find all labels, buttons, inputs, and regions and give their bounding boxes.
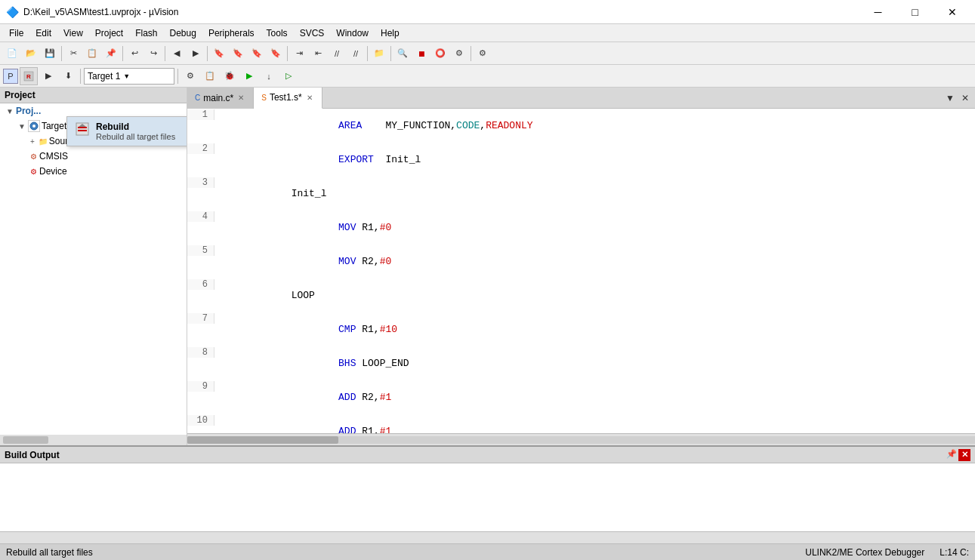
sep8: [471, 46, 471, 61]
tab-controls: ▼ ✕: [943, 91, 975, 105]
menu-tools[interactable]: Tools: [261, 25, 294, 42]
sep3: [165, 46, 165, 61]
build-output-content: [0, 463, 975, 531]
menu-edit[interactable]: Edit: [29, 25, 57, 42]
menu-peripherals[interactable]: Peripherals: [202, 25, 261, 42]
open-docs-btn[interactable]: 📁: [370, 45, 388, 63]
bookmark2-btn[interactable]: 🔖: [229, 45, 247, 63]
save-btn[interactable]: 💾: [41, 45, 59, 63]
main-toolbar: 📄 📂 💾 ✂ 📋 📌 ↩ ↪ ◀ ▶ 🔖 🔖 🔖 🔖 ⇥ ⇤ // // 📁 …: [0, 42, 975, 65]
undo-btn[interactable]: ↩: [125, 45, 143, 63]
sep5: [287, 46, 288, 61]
line-number-1: 1: [187, 109, 214, 120]
line-number-9: 9: [187, 381, 214, 392]
svg-point-3: [32, 125, 35, 128]
unindent-btn[interactable]: ⇤: [309, 45, 327, 63]
rebuild-btn[interactable]: R: [20, 67, 38, 85]
window-controls: ─ □ ✕: [861, 2, 969, 23]
code-line-7: 7 CMP R1,#10: [187, 312, 975, 346]
editor-hscroll-track[interactable]: [187, 436, 975, 444]
bookmark4-btn[interactable]: 🔖: [267, 45, 285, 63]
cmsis-label: CMSIS: [39, 151, 68, 162]
menu-help[interactable]: Help: [375, 25, 406, 42]
stop-btn[interactable]: ⏹: [412, 45, 430, 63]
sidebar-header: Project: [0, 88, 187, 103]
open-btn[interactable]: 📂: [22, 45, 40, 63]
line-number-10: 10: [187, 415, 214, 426]
circle-btn[interactable]: ⭕: [431, 45, 449, 63]
build-btn[interactable]: ▶: [39, 67, 57, 85]
tab-main-c-close[interactable]: ✕: [236, 94, 245, 102]
indent-btn[interactable]: ⇥: [290, 45, 308, 63]
status-left-text: Rebuild all target files: [6, 547, 93, 558]
sep6: [367, 46, 368, 61]
bookmark1-btn[interactable]: 🔖: [210, 45, 228, 63]
tab-main-c[interactable]: C main.c* ✕: [187, 88, 254, 109]
app-icon: 🔷: [6, 6, 19, 18]
window-title: D:\Keil_v5\ASM\test1.uvprojx - µVision: [23, 7, 861, 17]
build-output-close[interactable]: ✕: [958, 449, 970, 461]
tree-item-cmsis[interactable]: ⚙ CMSIS: [0, 149, 187, 164]
code-editor[interactable]: 1 AREA MY_FUNCTION,CODE,READONLY 2 EXPOR…: [187, 109, 975, 433]
manage-btn[interactable]: 📋: [201, 67, 219, 85]
line-content-2: EXPORT Init_l: [214, 143, 975, 177]
editor-hscroll[interactable]: [187, 433, 975, 445]
tab-test1-s[interactable]: S Test1.s* ✕: [254, 88, 322, 109]
comment-btn[interactable]: //: [328, 45, 346, 63]
editor-hscroll-thumb[interactable]: [187, 436, 338, 444]
run-btn[interactable]: ▶: [240, 67, 258, 85]
hex-btn[interactable]: ⚙: [450, 45, 468, 63]
svg-rect-6: [78, 130, 87, 131]
copy-btn[interactable]: 📋: [83, 45, 101, 63]
project-settings-btn[interactable]: P: [3, 69, 18, 84]
target-selector[interactable]: Target 1 ▼: [84, 68, 174, 85]
new-file-btn[interactable]: 📄: [3, 45, 21, 63]
rebuild-menu-text: Rebuild Rebuild all target files: [96, 122, 175, 141]
pin-icon[interactable]: 📌: [946, 449, 957, 461]
paste-btn[interactable]: 📌: [102, 45, 120, 63]
menu-project[interactable]: Project: [89, 25, 129, 42]
back-btn[interactable]: ◀: [168, 45, 186, 63]
menu-view[interactable]: View: [57, 25, 89, 42]
minimize-button[interactable]: ─: [861, 2, 895, 23]
line-content-10: ADD R1,#1: [214, 414, 975, 433]
status-bar: Rebuild all target files ULINK2/ME Corte…: [0, 543, 975, 560]
tab-list-btn[interactable]: ▼: [943, 91, 957, 105]
build-output-hscroll[interactable]: [0, 531, 975, 543]
forward-btn[interactable]: ▶: [187, 45, 205, 63]
uncomment-btn[interactable]: //: [347, 45, 365, 63]
line-number-3: 3: [187, 177, 214, 188]
sidebar-scroll-thumb[interactable]: [3, 436, 48, 444]
redo-btn[interactable]: ↪: [144, 45, 162, 63]
tree-item-device[interactable]: ⚙ Device: [0, 164, 187, 179]
sep1: [61, 46, 62, 61]
bookmark3-btn[interactable]: 🔖: [248, 45, 266, 63]
menu-debug[interactable]: Debug: [164, 25, 202, 42]
status-bar-right: ULINK2/ME Cortex Debugger L:14 C:: [805, 547, 969, 558]
menu-svcs[interactable]: SVCS: [294, 25, 331, 42]
menu-file[interactable]: File: [3, 25, 29, 42]
settings-btn[interactable]: ⚙: [474, 45, 492, 63]
build-output-title: Build Output: [5, 450, 60, 460]
code-line-2: 2 EXPORT Init_l: [187, 143, 975, 177]
close-button[interactable]: ✕: [935, 2, 969, 23]
tab-test1-s-close[interactable]: ✕: [305, 94, 314, 102]
find-btn[interactable]: 🔍: [393, 45, 412, 63]
tab-close-all-btn[interactable]: ✕: [958, 91, 972, 105]
tab-main-c-label: main.c*: [203, 93, 233, 103]
code-line-5: 5 MOV R2,#0: [187, 245, 975, 278]
code-line-1: 1 AREA MY_FUNCTION,CODE,READONLY: [187, 109, 975, 143]
menu-window[interactable]: Window: [330, 25, 375, 42]
target-options-btn[interactable]: ⚙: [181, 67, 199, 85]
rebuild-menu-item[interactable]: Rebuild Rebuild all target files: [67, 117, 187, 146]
sidebar-scrollbar[interactable]: [0, 435, 187, 445]
load-btn[interactable]: ⬇: [59, 67, 77, 85]
debug-btn[interactable]: 🐞: [221, 67, 239, 85]
build-output-header: Build Output 📌 ✕: [0, 447, 975, 463]
maximize-button[interactable]: □: [898, 2, 932, 23]
menu-flash[interactable]: Flash: [129, 25, 163, 42]
cut-btn[interactable]: ✂: [64, 45, 82, 63]
step-btn[interactable]: ↓: [260, 67, 278, 85]
run2-btn[interactable]: ▷: [279, 67, 298, 85]
sep10: [177, 69, 178, 84]
